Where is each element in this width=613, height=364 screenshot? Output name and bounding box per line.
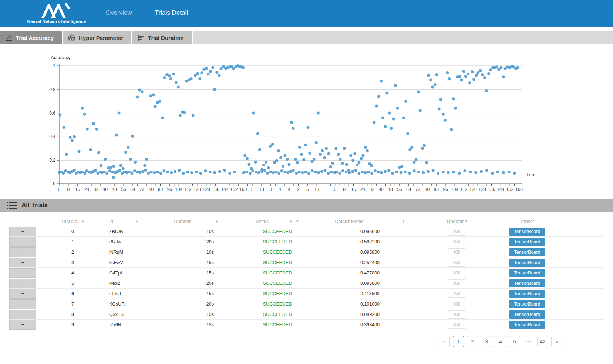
x-tick-label: 88 bbox=[158, 187, 163, 192]
scatter-point bbox=[406, 132, 409, 135]
scatter-point bbox=[448, 77, 451, 80]
x-tick-label: 120 bbox=[193, 187, 201, 192]
scatter-point bbox=[417, 171, 420, 173]
expand-row-button[interactable]: + bbox=[9, 320, 36, 330]
scatter-point bbox=[467, 73, 469, 75]
nav-overview[interactable]: Overview bbox=[106, 9, 132, 20]
tensorboard-button[interactable]: TensorBoard bbox=[509, 300, 546, 308]
scatter-point bbox=[442, 171, 445, 173]
header-default-metric[interactable]: Default Metric ▲▼ bbox=[318, 219, 422, 224]
tab-trial-duration[interactable]: Trial Duration bbox=[132, 31, 193, 44]
kill-button[interactable]: Kill bbox=[448, 310, 467, 318]
tensorboard-button[interactable]: TensorBoard bbox=[509, 321, 546, 329]
scatter-point bbox=[354, 169, 357, 172]
tensorboard-button[interactable]: TensorBoard bbox=[509, 269, 546, 277]
tensorboard-button[interactable]: TensorBoard bbox=[509, 310, 546, 318]
tensorboard-button[interactable]: TensorBoard bbox=[509, 238, 546, 246]
sort-icon[interactable]: ▲▼ bbox=[135, 220, 138, 223]
scatter-point bbox=[94, 169, 97, 172]
sort-icon[interactable]: ▲▼ bbox=[402, 220, 405, 223]
header-trial-no[interactable]: Trial No. ▲▼ bbox=[36, 219, 109, 224]
nav-trials-detail[interactable]: Trials Detail bbox=[155, 9, 188, 20]
scatter-point bbox=[251, 169, 254, 172]
header-status[interactable]: Status ▲▼ bbox=[237, 219, 318, 224]
cell-duration: 10s bbox=[155, 250, 237, 255]
kill-button[interactable]: Kill bbox=[448, 259, 467, 267]
scatter-point bbox=[242, 171, 245, 174]
kill-button[interactable]: Kill bbox=[448, 321, 467, 329]
sort-icon[interactable]: ▲▼ bbox=[81, 220, 84, 223]
x-tick-label: 48 bbox=[112, 187, 117, 192]
expand-row-button[interactable]: + bbox=[9, 237, 36, 247]
scatter-point bbox=[141, 90, 144, 93]
expand-row-button[interactable]: + bbox=[9, 258, 36, 267]
kill-button[interactable]: Kill bbox=[448, 269, 467, 277]
pagination-page-2[interactable]: 2 bbox=[467, 336, 478, 347]
scatter-point bbox=[390, 127, 393, 130]
pagination-ellipsis[interactable]: ••• bbox=[523, 336, 534, 347]
y-tick-label: 1 bbox=[53, 63, 55, 68]
pagination-page-5[interactable]: 5 bbox=[509, 336, 520, 347]
tab-trial-accuracy[interactable]: Trial Accuracy bbox=[0, 31, 63, 44]
scatter-point bbox=[338, 172, 341, 175]
scatter-point bbox=[327, 172, 330, 175]
kill-button[interactable]: Kill bbox=[448, 238, 467, 246]
x-tick-label: 8 bbox=[343, 187, 346, 192]
scatter-point bbox=[166, 171, 169, 173]
pagination-page-42[interactable]: 42 bbox=[537, 336, 548, 347]
kill-button[interactable]: Kill bbox=[448, 228, 467, 236]
scatter-point bbox=[169, 77, 172, 80]
scatter-point bbox=[149, 94, 152, 97]
scatter-point bbox=[73, 135, 76, 138]
kill-button[interactable]: Kill bbox=[448, 248, 467, 256]
scatter-point bbox=[341, 169, 344, 172]
cell-default-metric: 0.089200 bbox=[318, 312, 422, 317]
hyper-parameter-icon bbox=[68, 34, 75, 41]
pagination-page-1[interactable]: 1 bbox=[453, 336, 464, 347]
scatter-point bbox=[463, 169, 466, 172]
expand-row-button[interactable]: + bbox=[9, 227, 36, 236]
kill-button[interactable]: Kill bbox=[448, 279, 467, 287]
tensorboard-button[interactable]: TensorBoard bbox=[509, 290, 546, 298]
cell-status: SUCCEEDED bbox=[237, 229, 318, 234]
scatter-point bbox=[218, 170, 221, 173]
scatter-point bbox=[425, 161, 428, 164]
expand-row-button[interactable]: + bbox=[9, 299, 36, 309]
cell-default-metric: 0.582200 bbox=[318, 239, 422, 245]
x-tick-label: 104 bbox=[175, 187, 182, 192]
expand-row-button[interactable]: + bbox=[9, 247, 36, 257]
header-duration[interactable]: Duration ▲▼ bbox=[155, 219, 237, 224]
chart-title: Accuracy bbox=[51, 55, 71, 60]
scatter-point bbox=[298, 171, 301, 173]
scatter-point bbox=[302, 158, 305, 161]
scatter-point bbox=[269, 171, 272, 173]
expand-row-button[interactable]: + bbox=[9, 279, 36, 288]
expand-row-button[interactable]: + bbox=[9, 310, 36, 319]
tensorboard-button[interactable]: TensorBoard bbox=[509, 279, 546, 287]
pagination-next-button[interactable]: > bbox=[551, 336, 562, 347]
pagination-page-3[interactable]: 3 bbox=[481, 336, 492, 347]
kill-button[interactable]: Kill bbox=[448, 300, 467, 308]
tensorboard-button[interactable]: TensorBoard bbox=[509, 259, 546, 267]
scatter-point bbox=[434, 83, 437, 86]
sort-icon[interactable]: ▲▼ bbox=[289, 220, 292, 223]
expand-row-button[interactable]: + bbox=[9, 268, 36, 278]
sort-icon[interactable]: ▲▼ bbox=[215, 220, 218, 223]
tab-label: Trial Duration bbox=[148, 35, 184, 41]
x-tick-label: 16 bbox=[75, 187, 80, 192]
header-id[interactable]: Id ▲▼ bbox=[109, 219, 155, 224]
row-expander-cell: + bbox=[9, 278, 36, 289]
scatter-point bbox=[77, 150, 80, 153]
tab-hyper-parameter[interactable]: Hyper Parameter bbox=[63, 31, 132, 44]
pagination-page-4[interactable]: 4 bbox=[495, 336, 506, 347]
scatter-point bbox=[295, 172, 298, 175]
x-tick-label: 5 bbox=[251, 187, 254, 192]
scatter-point bbox=[158, 100, 161, 103]
pagination-prev-button[interactable]: < bbox=[439, 336, 450, 347]
expand-row-button[interactable]: + bbox=[9, 289, 36, 299]
tensorboard-button[interactable]: TensorBoard bbox=[509, 248, 546, 256]
row-expander-cell: + bbox=[9, 289, 36, 299]
tensorboard-button[interactable]: TensorBoard bbox=[509, 228, 546, 236]
kill-button[interactable]: Kill bbox=[448, 290, 467, 298]
filter-icon[interactable] bbox=[295, 220, 299, 224]
